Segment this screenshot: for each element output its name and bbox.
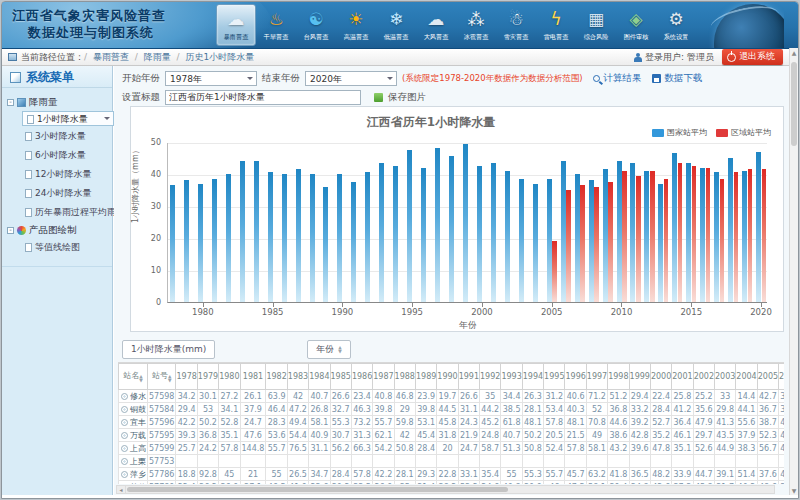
station-name-cell[interactable]: 莲花 — [119, 481, 148, 485]
value-cell: 31.8 — [437, 429, 458, 442]
station-expand-icon[interactable] — [121, 419, 128, 426]
col-year-1979[interactable]: 1979 — [197, 364, 218, 390]
col-year-1997[interactable]: 1997 — [586, 364, 607, 390]
col-year-1981[interactable]: 1981 — [240, 364, 266, 390]
horizontal-scroll-thumb[interactable] — [127, 487, 508, 492]
station-id-cell: 57596 — [148, 416, 176, 429]
start-year-select[interactable]: 1978年 — [165, 71, 257, 86]
tree-item-3小时降水量[interactable]: 3小时降水量 — [22, 128, 109, 145]
expand-icon[interactable]: - — [7, 99, 14, 106]
horizontal-scrollbar[interactable]: ◂ — [116, 485, 775, 494]
value-cell: 55.3 — [330, 416, 351, 429]
toolbar-item-wind-cloud[interactable]: ☁大风普查 — [416, 4, 456, 46]
tree-item-1小时降水量[interactable]: 1小时降水量 — [22, 111, 114, 126]
col-year-1991[interactable]: 1991 — [458, 364, 479, 390]
station-name-cell[interactable]: 萍乡 — [119, 468, 148, 481]
bar-regional-2015 — [692, 166, 697, 302]
col-year-1992[interactable]: 1992 — [480, 364, 501, 390]
toolbar-item-calculator[interactable]: ▦综合风险 — [576, 4, 616, 46]
year-sort-control[interactable]: 年份▲▼ — [307, 340, 350, 359]
station-name-cell[interactable]: 上栗 — [119, 455, 148, 468]
breadcrumb-segment[interactable]: 暴雨普查 — [93, 52, 129, 62]
col-year-1990[interactable]: 1990 — [437, 364, 458, 390]
station-expand-icon[interactable] — [121, 393, 128, 400]
breadcrumb-segment[interactable]: 历史1小时降水量 — [185, 52, 254, 62]
col-year-1982[interactable]: 1982 — [266, 364, 287, 390]
page-icon — [25, 189, 32, 198]
station-name-cell[interactable]: 宜丰 — [119, 416, 148, 429]
toolbar-item-snowflake-thermometer[interactable]: ❄低温普查 — [376, 4, 416, 46]
col-year-1996[interactable]: 1996 — [565, 364, 586, 390]
col-year-1989[interactable]: 1989 — [415, 364, 436, 390]
col-year-2004[interactable]: 2004 — [736, 364, 757, 390]
tree-item-12小时降水量[interactable]: 12小时降水量 — [22, 166, 109, 183]
scroll-down-arrow[interactable]: ▼ — [790, 486, 798, 495]
toolbar-item-map[interactable]: ◈图件审核 — [616, 4, 656, 46]
col-year-1993[interactable]: 1993 — [501, 364, 522, 390]
col-year-1987[interactable]: 1987 — [373, 364, 394, 390]
bar-national-2001 — [491, 163, 496, 302]
station-name-cell[interactable]: 修水 — [119, 390, 148, 403]
station-expand-icon[interactable] — [121, 432, 128, 439]
breadcrumb-separator: / — [84, 52, 90, 62]
col-year-2001[interactable]: 2001 — [672, 364, 693, 390]
tree-item-等值线绘图[interactable]: 等值线绘图 — [22, 239, 109, 256]
col-year-1985[interactable]: 1985 — [330, 364, 351, 390]
tree-item-24小时降水量[interactable]: 24小时降水量 — [22, 185, 109, 202]
vertical-scroll-thumb[interactable] — [791, 62, 797, 146]
sort-arrows-icon: ▲▼ — [338, 346, 341, 354]
station-name-cell[interactable]: 铜鼓 — [119, 403, 148, 416]
chart-title-input[interactable] — [165, 90, 361, 105]
col-year-1986[interactable]: 1986 — [351, 364, 372, 390]
legend-item[interactable]: 区域站平均 — [716, 127, 771, 138]
col-year-1983[interactable]: 1983 — [287, 364, 308, 390]
col-year-1998[interactable]: 1998 — [608, 364, 629, 390]
tree-item-历年暴雨过程平均雨量[interactable]: 历年暴雨过程平均雨量 — [22, 204, 109, 221]
toolbar-item-hail-cloud[interactable]: ⁂冰雹普查 — [456, 4, 496, 46]
station-expand-icon[interactable] — [121, 406, 128, 413]
col-year-1995[interactable]: 1995 — [544, 364, 565, 390]
station-expand-icon[interactable] — [121, 471, 128, 478]
col-year-1980[interactable]: 1980 — [219, 364, 240, 390]
breadcrumb-segment[interactable]: 降雨量 — [144, 52, 171, 62]
col-year-1999[interactable]: 1999 — [629, 364, 650, 390]
tree-item-6小时降水量[interactable]: 6小时降水量 — [22, 147, 109, 164]
station-expand-icon[interactable] — [121, 484, 128, 485]
tree-group-0[interactable]: -降雨量 — [7, 96, 109, 109]
toolbar-item-wrench[interactable]: ⚙系统设置 — [656, 4, 696, 46]
col-year-1984[interactable]: 1984 — [309, 364, 330, 390]
station-table-wrapper[interactable]: 站名▲▼站号▲▼19781979198019811982198319841985… — [118, 362, 784, 484]
station-name-cell[interactable]: 上高 — [119, 442, 148, 455]
bar-national-2000 — [477, 166, 482, 302]
col-year-2003[interactable]: 2003 — [714, 364, 735, 390]
col-year-1988[interactable]: 1988 — [394, 364, 415, 390]
scroll-up-arrow[interactable]: ▲ — [790, 48, 798, 57]
col-year-1978[interactable]: 1978 — [176, 364, 197, 390]
col-year-2000[interactable]: 2000 — [650, 364, 671, 390]
end-year-select[interactable]: 2020年 — [305, 71, 397, 86]
station-expand-icon[interactable] — [121, 458, 128, 465]
save-image-button[interactable]: 保存图片 — [388, 91, 426, 104]
logout-button[interactable]: 退出系统 — [722, 49, 783, 65]
toolbar-item-typhoon[interactable]: ☯台风普查 — [296, 4, 336, 46]
scroll-left-arrow[interactable]: ◂ — [117, 486, 126, 493]
col-year-2005[interactable]: 2005 — [757, 364, 778, 390]
col-id[interactable]: 站号▲▼ — [148, 364, 176, 390]
toolbar-item-heat-waves[interactable]: ♨干旱普查 — [256, 4, 296, 46]
vertical-scrollbar[interactable]: ▲ ▼ — [789, 48, 798, 495]
col-station[interactable]: 站名▲▼ — [119, 364, 148, 390]
col-year-2002[interactable]: 2002 — [693, 364, 714, 390]
col-year-1994[interactable]: 1994 — [522, 364, 543, 390]
data-download-button[interactable]: 数据下载 — [652, 72, 702, 85]
toolbar-item-snow-cloud[interactable]: ☃雪灾普查 — [496, 4, 536, 46]
toolbar-item-storm-cloud[interactable]: ☁暴雨普查 — [216, 4, 256, 46]
calc-result-button[interactable]: 计算结果 — [593, 72, 641, 85]
station-expand-icon[interactable] — [121, 445, 128, 452]
toolbar-item-sun-thermometer[interactable]: ☀高温普查 — [336, 4, 376, 46]
station-name-cell[interactable]: 万载 — [119, 429, 148, 442]
tree-group-1[interactable]: -产品图绘制 — [7, 224, 109, 237]
col-year-2006[interactable]: 2006 — [779, 364, 784, 390]
legend-item[interactable]: 国家站平均 — [652, 127, 707, 138]
toolbar-item-lightning[interactable]: ϟ雷电普查 — [536, 4, 576, 46]
expand-icon[interactable]: - — [7, 227, 14, 234]
